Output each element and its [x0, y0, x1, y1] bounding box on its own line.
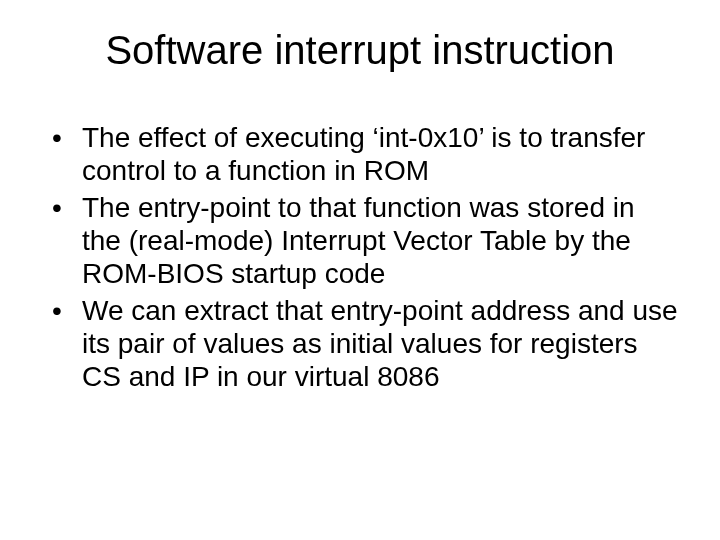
list-item: The effect of executing ‘int-0x10’ is to… — [46, 121, 680, 187]
bullet-list: The effect of executing ‘int-0x10’ is to… — [40, 121, 680, 393]
list-item: We can extract that entry-point address … — [46, 294, 680, 393]
list-item: The entry-point to that function was sto… — [46, 191, 680, 290]
slide: Software interrupt instruction The effec… — [0, 0, 720, 540]
slide-title: Software interrupt instruction — [40, 28, 680, 73]
